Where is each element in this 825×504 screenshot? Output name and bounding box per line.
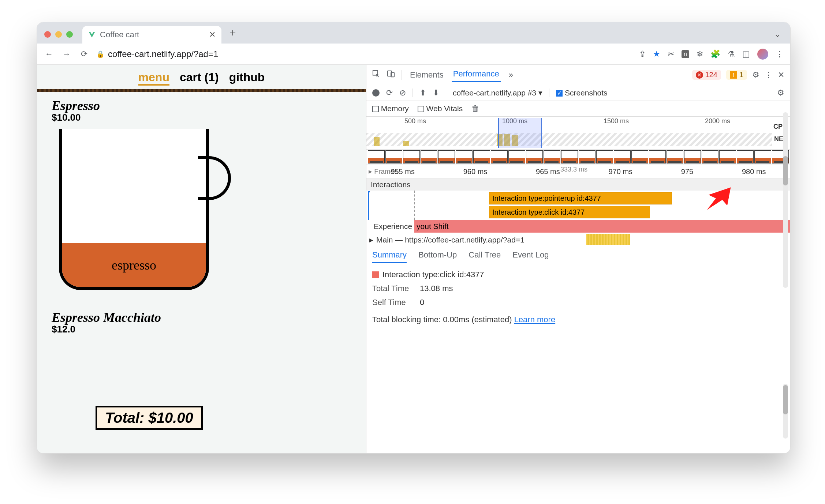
webvitals-checkbox[interactable]: Web Vitals [418, 104, 463, 113]
product-price: $10.00 [52, 112, 351, 123]
timeline-overview[interactable]: 500 ms 1000 ms 1500 ms 2000 ms CPU NET [366, 117, 790, 150]
cart-total-float[interactable]: Total: $10.00 [96, 406, 203, 430]
reload-record-button[interactable]: ⟳ [386, 88, 393, 98]
clear-button[interactable]: ⊘ [399, 88, 406, 98]
devtools-main-toolbar: Elements Performance » ✕124 !1 ⚙ ⋮ ✕ [366, 65, 790, 85]
scrollbar[interactable] [783, 384, 788, 439]
recording-select[interactable]: coffee-cart.netlify.app #3 ▾ [453, 89, 542, 97]
window-controls [44, 31, 73, 38]
zoom-ruler[interactable]: ▸ Frames 333.3 ms 955 ms 960 ms 965 ms 9… [366, 165, 790, 179]
close-devtools-icon[interactable]: ✕ [778, 70, 784, 80]
annotation-arrow-icon [699, 180, 739, 219]
expand-icon[interactable]: ▸ [369, 236, 373, 244]
share-icon[interactable]: ⇪ [639, 49, 646, 59]
device-toggle-icon[interactable] [387, 70, 395, 80]
experience-track[interactable]: Experience yout Shift [366, 220, 790, 233]
cup-handle-icon [198, 156, 231, 200]
kebab-menu-icon[interactable]: ⋮ [765, 70, 773, 80]
garbage-collect-icon[interactable]: 🗑 [471, 104, 479, 113]
cup-fill-label: espresso [62, 243, 206, 287]
tab-elements[interactable]: Elements [408, 69, 445, 81]
new-tab-button[interactable]: + [229, 27, 236, 39]
vue-icon [88, 31, 96, 38]
reload-button[interactable]: ⟳ [79, 49, 90, 60]
tab-strip: Coffee cart ✕ + ⌄ [37, 22, 790, 44]
warning-badge[interactable]: !1 [726, 70, 747, 80]
url-text: coffee-cart.netlify.app/?ad=1 [108, 49, 218, 59]
maximize-window-icon[interactable] [66, 31, 73, 38]
extension-icon[interactable]: ❄ [697, 49, 703, 59]
product-card: Espresso Macchiato $12.0 [37, 310, 366, 335]
inspect-element-icon[interactable] [372, 70, 380, 80]
browser-tab[interactable]: Coffee cart ✕ [82, 26, 221, 44]
performance-toolbar: ⟳ ⊘ ⬆ ⬇ coffee-cart.netlify.app #3 ▾ Scr… [366, 85, 790, 101]
interaction-bar[interactable]: Interaction type:click id:4377 [489, 206, 650, 218]
devtools-panel: Elements Performance » ✕124 !1 ⚙ ⋮ ✕ ⟳ ⊘… [366, 65, 790, 453]
learn-more-link[interactable]: Learn more [514, 315, 556, 324]
tab-event-log[interactable]: Event Log [512, 250, 549, 263]
tab-call-tree[interactable]: Call Tree [469, 250, 501, 263]
blocking-time-footer: Total blocking time: 0.00ms (estimated) … [366, 311, 790, 328]
forward-button[interactable]: → [61, 49, 72, 60]
labs-icon[interactable]: ⚗ [728, 49, 735, 59]
tab-title: Coffee cart [100, 30, 139, 40]
menu-icon[interactable]: ⋮ [776, 49, 784, 59]
scrollbar[interactable] [783, 112, 788, 288]
tab-more[interactable]: » [507, 69, 515, 81]
lock-icon: 🔒 [96, 50, 104, 58]
page-viewport: menu cart (1) github Espresso $10.00 esp… [37, 65, 366, 453]
profile-avatar[interactable] [757, 49, 768, 60]
error-badge[interactable]: ✕124 [692, 70, 721, 80]
record-button[interactable] [372, 89, 380, 97]
coffee-cup-graphic[interactable]: espresso [59, 127, 231, 299]
performance-toolbar-2: Memory Web Vitals 🗑 [366, 101, 790, 117]
tab-performance[interactable]: Performance [452, 68, 501, 82]
color-swatch-icon [372, 271, 379, 278]
time-marker [414, 191, 415, 220]
site-nav: menu cart (1) github [37, 67, 366, 87]
interaction-bar[interactable]: Interaction type:pointerup id:4377 [489, 192, 672, 204]
extensions-puzzle-icon[interactable]: 🧩 [710, 49, 720, 59]
screenshots-checkbox[interactable]: Screenshots [556, 89, 608, 97]
divider-beans [37, 89, 366, 92]
address-bar: ← → ⟳ 🔒 coffee-cart.netlify.app/?ad=1 ⇪ … [37, 44, 790, 65]
main-thread-track[interactable]: ▸ Main — https://coffee-cart.netlify.app… [366, 233, 790, 247]
back-button[interactable]: ← [44, 49, 55, 60]
tab-bottom-up[interactable]: Bottom-Up [418, 250, 457, 263]
screenshot-filmstrip[interactable] [366, 150, 790, 165]
load-profile-icon[interactable]: ⬆ [419, 88, 426, 98]
settings-gear-icon[interactable]: ⚙ [752, 70, 759, 80]
product-card: Espresso $10.00 espresso [37, 98, 366, 299]
close-window-icon[interactable] [44, 31, 51, 38]
nav-menu[interactable]: menu [138, 71, 169, 86]
product-price: $12.0 [52, 324, 351, 335]
summary-panel: Interaction type:click id:4377 Total Tim… [366, 266, 790, 311]
flame-bars [586, 234, 630, 245]
bookmark-icon[interactable]: ★ [653, 49, 660, 59]
save-profile-icon[interactable]: ⬇ [433, 88, 439, 98]
tab-summary[interactable]: Summary [372, 250, 407, 263]
product-name: Espresso Macchiato [52, 310, 351, 325]
memory-checkbox[interactable]: Memory [372, 104, 409, 113]
minimize-window-icon[interactable] [55, 31, 62, 38]
nav-cart[interactable]: cart (1) [180, 71, 219, 86]
chevron-down-icon: ▾ [538, 89, 542, 97]
capture-settings-gear-icon[interactable]: ⚙ [777, 88, 784, 98]
overview-selection[interactable] [498, 118, 542, 148]
product-name: Espresso [52, 98, 351, 113]
extension-n-icon[interactable]: n [682, 50, 689, 58]
scissors-icon[interactable]: ✂ [668, 49, 674, 59]
browser-window: Coffee cart ✕ + ⌄ ← → ⟳ 🔒 coffee-cart.ne… [37, 22, 791, 454]
nav-github[interactable]: github [229, 71, 265, 86]
tab-list-button[interactable]: ⌄ [774, 30, 781, 39]
close-tab-icon[interactable]: ✕ [209, 30, 216, 40]
details-tabs: Summary Bottom-Up Call Tree Event Log [366, 247, 790, 266]
sidepanel-icon[interactable]: ◫ [742, 49, 750, 59]
url-display[interactable]: 🔒 coffee-cart.netlify.app/?ad=1 [96, 49, 218, 59]
